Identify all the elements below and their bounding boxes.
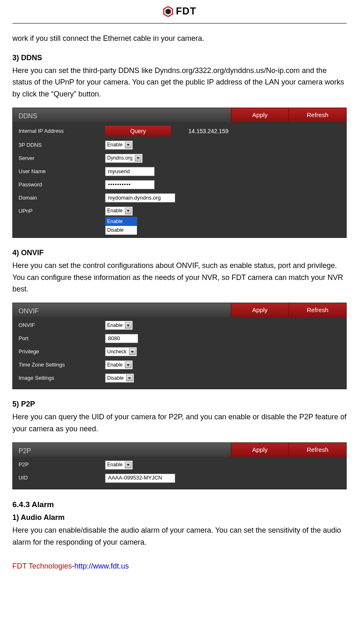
chevron-down-icon bbox=[129, 348, 136, 355]
apply-button[interactable]: Apply bbox=[231, 108, 289, 122]
label-onvif: ONVIF bbox=[19, 321, 105, 330]
input-password-value: •••••••••• bbox=[108, 181, 131, 189]
label-imagesettings: Image Settings bbox=[19, 374, 105, 383]
select-p2p-value: Enable bbox=[107, 461, 122, 469]
select-server-value: Dyndns.org bbox=[107, 154, 132, 162]
select-3p-ddns-value: Enable bbox=[107, 141, 122, 149]
label-timezone: Time Zone Settings bbox=[19, 361, 105, 369]
brand-icon bbox=[163, 6, 174, 16]
panel-onvif-header: ONVIF Apply Refresh bbox=[13, 303, 346, 317]
label-privilege: Privilege bbox=[19, 348, 105, 356]
chevron-down-icon bbox=[125, 362, 131, 368]
select-timezone[interactable]: Enable bbox=[105, 360, 133, 369]
brand-text: FDT bbox=[176, 3, 197, 19]
label-uid: UID bbox=[19, 474, 105, 482]
footer-company: FDT Technologies bbox=[12, 562, 72, 570]
refresh-button[interactable]: Refresh bbox=[289, 303, 346, 317]
chevron-down-icon bbox=[125, 322, 131, 329]
label-password: Password bbox=[19, 181, 105, 189]
select-privilege[interactable]: Uncheck bbox=[105, 347, 137, 356]
input-password[interactable]: •••••••••• bbox=[105, 180, 155, 189]
heading-ddns: 3) DDNS bbox=[12, 52, 347, 64]
para-onvif: Here you can set the control configurati… bbox=[12, 260, 347, 295]
label-port: Port bbox=[19, 334, 105, 343]
label-username: User Name bbox=[19, 167, 105, 176]
panel-p2p-header: P2P Apply Refresh bbox=[13, 443, 346, 457]
upnp-dropdown-open[interactable]: Enable Disable bbox=[105, 217, 137, 235]
input-username[interactable]: myuserid bbox=[105, 167, 155, 176]
panel-p2p-title: P2P bbox=[13, 443, 231, 457]
svg-marker-1 bbox=[165, 9, 171, 15]
refresh-button[interactable]: Refresh bbox=[289, 108, 346, 122]
select-server[interactable]: Dyndns.org bbox=[105, 154, 143, 163]
heading-audio-alarm: 1) Audio Alarm bbox=[12, 512, 347, 524]
input-port-value: 8080 bbox=[108, 334, 120, 343]
footer-link[interactable]: http://www.fdt.us bbox=[74, 562, 129, 570]
input-domain-value: mydomain.dyndns.org bbox=[108, 194, 161, 202]
dropdown-option-enable[interactable]: Enable bbox=[106, 217, 137, 226]
heading-onvif: 4) ONVIF bbox=[12, 247, 347, 259]
panel-onvif: ONVIF Apply Refresh ONVIF Enable Port 80… bbox=[12, 303, 347, 389]
chevron-down-icon bbox=[125, 208, 131, 214]
page-header: FDT bbox=[12, 0, 347, 24]
select-imagesettings-value: Disable bbox=[107, 374, 124, 382]
input-username-value: myuserid bbox=[108, 167, 130, 176]
page-footer: FDT Technologies-http://www.fdt.us bbox=[12, 560, 347, 572]
input-domain[interactable]: mydomain.dyndns.org bbox=[105, 193, 175, 202]
apply-button[interactable]: Apply bbox=[231, 303, 289, 317]
panel-ddns-header: DDNS Apply Refresh bbox=[13, 108, 346, 122]
dropdown-option-disable[interactable]: Disable bbox=[106, 226, 137, 235]
para-p2p: Here you can query the UID of your camer… bbox=[12, 411, 347, 435]
label-domain: Domain bbox=[19, 194, 105, 202]
para-ddns: Here you can set the third-party DDNS li… bbox=[12, 65, 347, 100]
chevron-down-icon bbox=[125, 462, 131, 468]
heading-p2p: 5) P2P bbox=[12, 398, 347, 410]
select-p2p[interactable]: Enable bbox=[105, 461, 133, 470]
panel-ddns-title: DDNS bbox=[13, 108, 231, 122]
label-internal-ip: Internal IP Address bbox=[19, 127, 105, 136]
intro-continued: work if you still connect the Ethernet c… bbox=[12, 33, 347, 45]
panel-onvif-title: ONVIF bbox=[13, 303, 231, 317]
input-uid[interactable]: AAAA-099532-MYJCN bbox=[105, 474, 175, 483]
select-3p-ddns[interactable]: Enable bbox=[105, 141, 133, 150]
apply-button[interactable]: Apply bbox=[231, 443, 289, 457]
select-timezone-value: Enable bbox=[107, 361, 122, 369]
select-onvif[interactable]: Enable bbox=[105, 321, 133, 330]
label-upnp: UPnP bbox=[19, 207, 105, 216]
refresh-button[interactable]: Refresh bbox=[289, 443, 346, 457]
select-privilege-value: Uncheck bbox=[107, 348, 127, 356]
label-3p-ddns: 3P DDNS bbox=[19, 141, 105, 150]
panel-p2p: P2P Apply Refresh P2P Enable UID AAAA-09… bbox=[12, 442, 347, 489]
brand-logo: FDT bbox=[163, 3, 197, 19]
select-imagesettings[interactable]: Disable bbox=[105, 374, 134, 383]
select-upnp-value: Enable bbox=[107, 207, 122, 215]
input-port[interactable]: 8080 bbox=[105, 334, 138, 343]
select-onvif-value: Enable bbox=[107, 322, 122, 329]
internal-ip-value: 14.153.242.159 bbox=[188, 127, 228, 136]
query-button[interactable]: Query bbox=[105, 126, 171, 136]
para-audio-alarm: Here you can enable/disable the audio al… bbox=[12, 524, 347, 548]
select-upnp[interactable]: Enable bbox=[105, 207, 133, 216]
heading-alarm: 6.4.3 Alarm bbox=[12, 498, 347, 511]
chevron-down-icon bbox=[135, 155, 141, 162]
chevron-down-icon bbox=[125, 142, 131, 148]
panel-ddns: DDNS Apply Refresh Internal IP Address Q… bbox=[12, 108, 347, 238]
chevron-down-icon bbox=[126, 375, 133, 381]
label-p2p: P2P bbox=[19, 461, 105, 469]
input-uid-value: AAAA-099532-MYJCN bbox=[108, 474, 162, 482]
label-server: Server bbox=[19, 154, 105, 163]
